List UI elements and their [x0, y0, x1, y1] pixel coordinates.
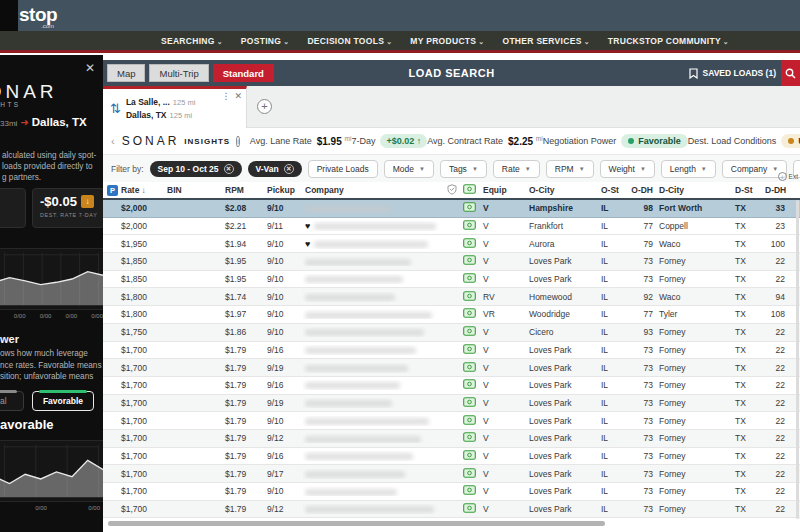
truckstop-logo[interactable]: stop.com — [19, 4, 57, 29]
remove-filter-icon[interactable]: ✕ — [224, 164, 234, 174]
ost-cell: IL — [599, 433, 625, 443]
tab-map[interactable]: Map — [107, 64, 145, 82]
equip-cell: V — [481, 203, 527, 213]
filter-private-loads[interactable]: Private Loads — [308, 160, 378, 178]
col-pickup[interactable]: Pickup — [265, 185, 303, 195]
load-row[interactable]: $1,750$1.869/10VCiceroIL93ForneyTX22 — [103, 324, 800, 342]
active-filter-sep-10-oct-25[interactable]: Sep 10 - Oct 25✕ — [150, 161, 242, 177]
trip-tab[interactable]: ⇅ La Salle, ...125 mi Dallas, TX125 mi ⋮… — [103, 86, 247, 128]
load-row[interactable]: $2,000$2.089/10VHampshireIL98Fort WorthT… — [103, 200, 800, 218]
load-row[interactable]: $1,850$1.959/10VLoves ParkIL73ForneyTX22 — [103, 253, 800, 271]
odh-cell: 73 — [625, 433, 657, 443]
col-ddh[interactable]: D-DH — [763, 185, 789, 195]
remove-filter-icon[interactable]: ✕ — [284, 164, 294, 174]
nav-item-searching[interactable]: SEARCHING⌄ — [161, 36, 223, 46]
load-row[interactable]: $1,700$1.799/10VLoves ParkIL73ForneyTX22 — [103, 412, 800, 430]
nav-item-posting[interactable]: POSTING⌄ — [241, 36, 290, 46]
nav-item-decision-tools[interactable]: DECISION TOOLS⌄ — [307, 36, 392, 46]
load-row[interactable]: $1,700$1.799/12VLoves ParkIL73ForneyTX22 — [103, 430, 800, 448]
load-row[interactable]: $1,700$1.799/16VLoves ParkIL73ForneyTX22 — [103, 448, 800, 466]
col-dcity[interactable]: D-City — [657, 185, 733, 195]
tab-standard[interactable]: Standard — [213, 64, 274, 82]
filter-dropdown-rpm[interactable]: RPM▼ — [546, 160, 594, 178]
swap-vertical-icon[interactable]: ⇅ — [110, 101, 121, 116]
load-row[interactable]: $1,700$1.799/16VLoves ParkIL73ForneyTX22 — [103, 342, 800, 360]
pickup-cell: 9/10 — [265, 486, 303, 496]
col-company[interactable]: Company — [303, 185, 445, 195]
ost-cell: IL — [599, 451, 625, 461]
col-ost[interactable]: O-St — [599, 185, 625, 195]
load-row[interactable]: $1,700$1.799/19VLoves ParkIL73ForneyTX22 — [103, 359, 800, 377]
ost-cell: IL — [599, 345, 625, 355]
load-row[interactable]: $1,950$1.949/10♥VAuroraIL79WacoTX100 — [103, 235, 800, 253]
kebab-menu-icon[interactable]: ⋮ — [221, 91, 230, 101]
negotiation-power-badge: Favorable — [621, 134, 688, 148]
ocity-cell: Loves Park — [527, 416, 599, 426]
neutral-pill[interactable]: Neutral — [0, 391, 24, 411]
chevron-left-icon[interactable]: ‹ — [111, 135, 115, 147]
close-trip-icon[interactable]: ✕ — [234, 91, 242, 101]
dest-conditions-badge: Unfavorable — [781, 134, 800, 148]
nav-item-my-products[interactable]: MY PRODUCTS⌄ — [410, 36, 484, 46]
load-row[interactable]: $2,000$2.219/11♥VFrankfortIL77CoppellTX2… — [103, 218, 800, 236]
nav-item-other-services[interactable]: OTHER SERVICES⌄ — [502, 36, 589, 46]
load-row[interactable]: $1,800$1.979/10VRWoodridgeIL77TylerTX108 — [103, 306, 800, 324]
rpm-cell: $1.79 — [223, 504, 265, 514]
post-column-icon[interactable]: P — [107, 185, 118, 196]
filter-dropdown-mode[interactable]: Mode▼ — [384, 160, 434, 178]
filter-dropdown-rate[interactable]: Rate▼ — [493, 160, 540, 178]
col-rate[interactable]: Rate↓ — [119, 185, 165, 195]
trend-down-icon: ↓ — [81, 195, 94, 208]
info-icon[interactable]: i — [236, 136, 240, 147]
col-rpm[interactable]: RPM — [223, 185, 265, 195]
rpm-cell: $1.79 — [223, 398, 265, 408]
load-row[interactable]: $1,700$1.799/16VLoves ParkIL73ForneyTX22 — [103, 377, 800, 395]
equip-cell: V — [481, 327, 527, 337]
company-cell — [303, 504, 445, 514]
tab-multi-trip[interactable]: Multi-Trip — [149, 64, 208, 82]
nav-item-truckstop-community[interactable]: TRUCKSTOP COMMUNITY⌄ — [608, 36, 729, 46]
rpm-cell: $1.79 — [223, 451, 265, 461]
favorable-pill[interactable]: Favorable — [32, 391, 94, 411]
filter-dropdown-weight[interactable]: Weight▼ — [600, 160, 655, 178]
load-row[interactable]: $1,700$1.799/17VLoves ParkIL73ForneyTX22 — [103, 465, 800, 483]
col-odh[interactable]: O-DH — [625, 185, 657, 195]
factorable-cell — [461, 397, 481, 409]
filter-dropdown-length[interactable]: Length▼ — [661, 160, 716, 178]
horizontal-scrollbar[interactable] — [108, 521, 605, 526]
load-row[interactable]: $1,800$1.749/10RVHomewoodIL92WacoTX94 — [103, 288, 800, 306]
favorite-heart-icon[interactable]: ♥ — [305, 239, 310, 249]
info-icon-small[interactable]: i — [778, 172, 787, 181]
favorite-heart-icon[interactable]: ♥ — [305, 221, 310, 231]
company-cell — [303, 256, 445, 266]
col-equip[interactable]: Equip — [481, 185, 527, 195]
load-row[interactable]: $1,700$1.799/10VLoves ParkIL73ForneyTX22 — [103, 483, 800, 501]
filter-label: Length — [670, 164, 696, 174]
dst-cell: TX — [733, 398, 763, 408]
pickup-cell: 9/10 — [265, 256, 303, 266]
filter-dropdown-tags[interactable]: Tags▼ — [440, 160, 487, 178]
saved-loads-button[interactable]: SAVED LOADS (1) — [689, 68, 776, 79]
add-trip-button[interactable]: + — [257, 99, 272, 114]
col-bin[interactable]: BIN — [165, 185, 223, 195]
col-dst[interactable]: D-St — [733, 185, 763, 195]
rpm-cell: $1.79 — [223, 433, 265, 443]
load-row[interactable]: $1,700$1.799/19VLoves ParkIL73ForneyTX22 — [103, 395, 800, 413]
load-row[interactable]: $1,700$1.799/12VLoves ParkIL73ForneyTX22 — [103, 501, 800, 519]
filter-label: Tags — [449, 164, 467, 174]
col-factorable[interactable] — [461, 184, 481, 196]
col-ocity[interactable]: O-City — [527, 185, 599, 195]
load-row[interactable]: $1,850$1.959/10VLoves ParkIL73ForneyTX22 — [103, 271, 800, 289]
text-line: alculated using daily spot- — [2, 150, 96, 161]
money-icon — [463, 362, 476, 372]
search-button[interactable] — [781, 60, 800, 86]
company-cell — [303, 274, 445, 284]
company-name-redacted — [305, 206, 390, 213]
close-icon[interactable]: ✕ — [85, 61, 95, 75]
pickup-cell: 9/10 — [265, 274, 303, 284]
pickup-cell: 9/16 — [265, 345, 303, 355]
factorable-cell — [461, 291, 481, 303]
col-verified[interactable] — [445, 184, 461, 197]
vertical-scrollbar[interactable] — [796, 200, 799, 519]
active-filter-v-van[interactable]: V-Van✕ — [248, 161, 302, 177]
